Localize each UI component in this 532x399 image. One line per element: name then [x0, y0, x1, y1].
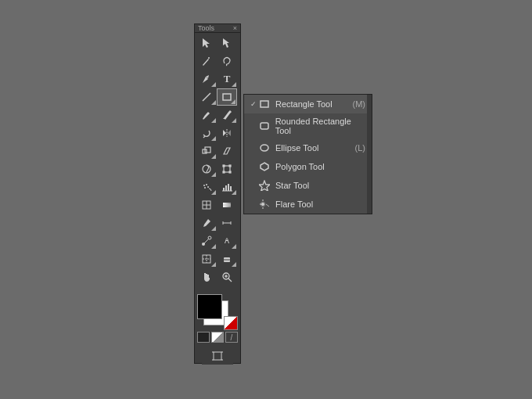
rectangle-tool-label: Rectangle Tool	[275, 99, 332, 109]
color-area: /	[196, 293, 239, 344]
svg-rect-19	[225, 185, 227, 191]
flare-tool-item[interactable]: Flare Tool	[244, 195, 372, 214]
selection-tool[interactable]	[196, 34, 217, 52]
foreground-swatch[interactable]	[197, 294, 222, 319]
svg-marker-51	[261, 163, 268, 171]
free-transform-tool[interactable]	[217, 160, 237, 178]
toolbar-header: Tools ×	[195, 24, 240, 33]
star-icon	[258, 179, 271, 192]
gradient-tool[interactable]	[217, 196, 237, 214]
tool-row-11	[196, 214, 239, 232]
svg-point-54	[262, 203, 264, 206]
svg-rect-12	[223, 171, 225, 173]
measure-tool[interactable]	[217, 214, 237, 232]
tool-row-6	[196, 124, 239, 142]
polygon-tool-label: Polygon Tool	[275, 162, 325, 171]
svg-rect-13	[229, 171, 231, 173]
svg-point-2	[208, 57, 210, 59]
ellipse-tool-label: Ellipse Tool	[275, 143, 318, 153]
tool-row-12	[196, 232, 239, 250]
flare-icon	[258, 198, 271, 210]
rectangle-tool[interactable]	[217, 88, 237, 106]
rounded-rectangle-tool-label: Rounded Rectangle Tool	[275, 117, 365, 135]
line-tool[interactable]	[196, 88, 217, 106]
shape-dropdown-menu: ✓ Rectangle Tool (M) Rounded Rectangle T…	[243, 94, 372, 214]
svg-line-40	[228, 279, 232, 282]
svg-rect-18	[223, 188, 225, 191]
type-tool[interactable]: T	[217, 70, 237, 88]
hand-tool[interactable]	[196, 268, 217, 286]
rounded-rectangle-icon	[258, 120, 271, 132]
flare-tool-label: Flare Tool	[275, 200, 313, 209]
rectangle-shortcut: (M)	[353, 99, 366, 109]
star-tool-label: Star Tool	[275, 181, 309, 190]
ellipse-tool-item[interactable]: Ellipse Tool (L)	[244, 138, 372, 157]
toolbar-body: T	[195, 33, 240, 366]
polygon-icon	[258, 160, 271, 173]
rounded-rectangle-tool-item[interactable]: Rounded Rectangle Tool	[244, 113, 372, 138]
color-mini-row: /	[197, 332, 238, 343]
svg-marker-52	[259, 181, 270, 191]
tool-row-1	[196, 34, 239, 52]
color-swatches	[197, 294, 238, 330]
svg-point-16	[204, 187, 206, 189]
scale-tool[interactable]	[196, 142, 217, 160]
tool-row-8	[196, 160, 239, 178]
mini-stroke-swatch[interactable]	[211, 332, 224, 343]
polygon-tool-item[interactable]: Polygon Tool	[244, 157, 372, 176]
svg-marker-1	[223, 38, 229, 48]
tool-row-14	[196, 268, 239, 286]
warp-tool[interactable]	[196, 160, 217, 178]
svg-line-58	[266, 204, 269, 207]
tool-row-2	[196, 52, 239, 70]
svg-marker-0	[203, 38, 210, 48]
tool-row-9	[196, 178, 239, 196]
shear-tool[interactable]	[217, 142, 237, 160]
zoom-tool[interactable]	[217, 268, 237, 286]
live-paint-tool[interactable]	[217, 232, 237, 250]
pencil-tool[interactable]	[217, 106, 237, 124]
toolbar-panel: Tools ×	[194, 23, 241, 364]
magic-wand-tool[interactable]	[196, 52, 217, 70]
svg-rect-48	[261, 101, 268, 107]
rotate-tool[interactable]	[196, 124, 217, 142]
mesh-tool[interactable]	[196, 196, 217, 214]
svg-rect-20	[228, 184, 229, 191]
direct-selection-tool[interactable]	[217, 34, 237, 52]
svg-point-14	[203, 185, 205, 186]
tool-row-13	[196, 250, 239, 268]
svg-line-3	[203, 93, 210, 101]
close-icon[interactable]: ×	[233, 24, 237, 32]
rectangle-tool-item[interactable]: ✓ Rectangle Tool (M)	[244, 95, 372, 113]
toolbar-title: Tools	[198, 24, 214, 32]
tool-row-7	[196, 142, 239, 160]
mini-none-swatch[interactable]: /	[225, 332, 238, 343]
check-icon: ✓	[250, 100, 257, 108]
dropdown-scrollbar[interactable]	[367, 95, 372, 214]
tool-row-10	[196, 196, 239, 214]
column-graph-tool[interactable]	[217, 178, 237, 196]
tool-row-5	[196, 106, 239, 124]
svg-rect-11	[229, 165, 231, 167]
tool-row-3: T	[196, 70, 239, 88]
star-tool-item[interactable]: Star Tool	[244, 176, 372, 195]
gradient-swatch[interactable]	[224, 316, 238, 330]
eyedropper-tool[interactable]	[196, 214, 217, 232]
svg-rect-43	[214, 352, 221, 360]
tool-row-4	[196, 88, 239, 106]
svg-point-50	[261, 145, 268, 151]
slice-tool[interactable]	[196, 250, 217, 268]
svg-point-15	[206, 184, 207, 185]
app-background: Tools ×	[0, 0, 532, 399]
symbol-sprayer-tool[interactable]	[196, 178, 217, 196]
svg-rect-4	[223, 94, 231, 100]
mini-fill-swatch[interactable]	[197, 332, 210, 343]
eraser-tool[interactable]	[217, 250, 237, 268]
reflect-tool[interactable]	[217, 124, 237, 142]
paintbrush-tool[interactable]	[196, 106, 217, 124]
artboard-button[interactable]	[202, 347, 233, 365]
pen-tool[interactable]	[196, 70, 217, 88]
blend-tool[interactable]	[196, 232, 217, 250]
rectangle-icon	[258, 98, 271, 110]
lasso-tool[interactable]	[217, 52, 237, 70]
